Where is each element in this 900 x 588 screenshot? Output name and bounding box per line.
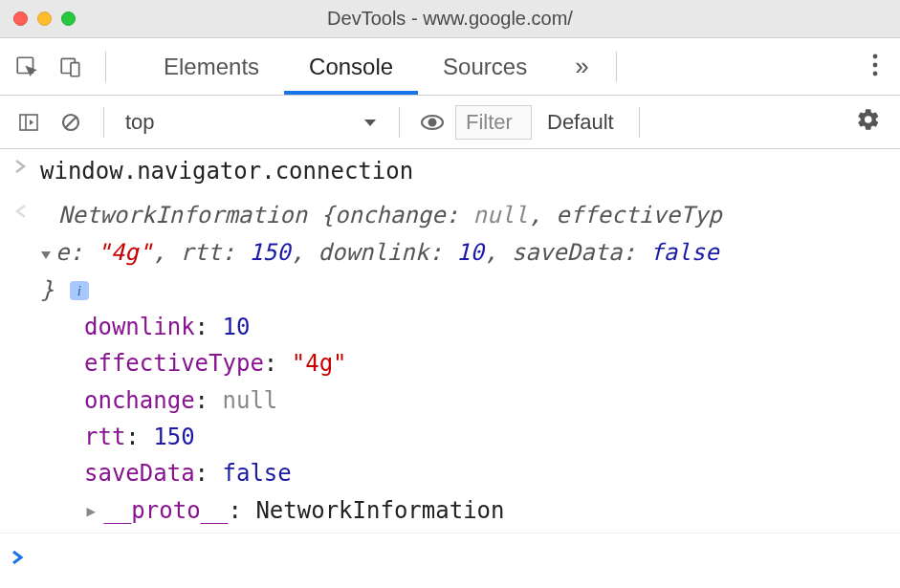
- chevron-down-icon: [362, 110, 378, 135]
- live-expression-icon[interactable]: [413, 103, 451, 142]
- minimize-window-button[interactable]: [37, 11, 52, 26]
- svg-point-3: [873, 54, 878, 58]
- svg-point-4: [873, 62, 878, 67]
- settings-menu-button[interactable]: [871, 52, 892, 82]
- console-settings-icon[interactable]: [856, 107, 890, 138]
- input-caret-icon: [6, 153, 36, 174]
- tab-console[interactable]: Console: [284, 38, 418, 95]
- title-bar: DevTools - www.google.com/: [0, 0, 900, 38]
- svg-point-12: [17, 210, 20, 213]
- main-tab-bar: Elements Console Sources »: [0, 38, 900, 96]
- inspect-element-icon[interactable]: [8, 48, 46, 86]
- svg-rect-6: [20, 115, 37, 130]
- property-row[interactable]: onchange: null: [84, 382, 890, 419]
- property-row[interactable]: downlink: 10: [84, 309, 890, 345]
- window-title: DevTools - www.google.com/: [0, 8, 900, 30]
- prompt-caret-icon: [10, 539, 31, 576]
- filter-input[interactable]: Filter: [455, 105, 532, 140]
- maximize-window-button[interactable]: [61, 11, 76, 26]
- svg-rect-2: [71, 62, 79, 76]
- proto-row[interactable]: ▸__proto__: NetworkInformation: [84, 492, 890, 529]
- property-row[interactable]: saveData: false: [84, 455, 890, 491]
- disclosure-triangle-closed-icon[interactable]: ▸: [84, 497, 98, 524]
- execution-context-selector[interactable]: top: [118, 108, 385, 137]
- log-level-selector[interactable]: Default: [536, 110, 626, 135]
- property-row[interactable]: effectiveType: "4g": [84, 345, 890, 381]
- console-result[interactable]: NetworkInformation {onchange: null, effe…: [0, 193, 900, 534]
- svg-point-5: [873, 71, 878, 76]
- console-prompt[interactable]: [0, 534, 900, 581]
- output-caret-icon: [6, 197, 36, 220]
- object-summary[interactable]: NetworkInformation {onchange: null, effe…: [40, 197, 890, 308]
- tab-elements[interactable]: Elements: [139, 38, 284, 95]
- panel-tabs: Elements Console Sources: [139, 38, 552, 95]
- disclosure-triangle-open-icon[interactable]: [40, 235, 52, 272]
- info-badge-icon[interactable]: i: [70, 281, 89, 300]
- console-input[interactable]: [31, 545, 890, 571]
- clear-console-icon[interactable]: [52, 103, 90, 142]
- console-input-echo: window.navigator.connection: [0, 149, 900, 193]
- svg-point-11: [429, 119, 436, 125]
- property-row[interactable]: rtt: 150: [84, 419, 890, 455]
- input-expression: window.navigator.connection: [36, 153, 890, 189]
- console-output: window.navigator.connection NetworkInfor…: [0, 149, 900, 588]
- more-tabs-button[interactable]: »: [558, 52, 605, 81]
- toggle-sidebar-icon[interactable]: [10, 103, 48, 142]
- context-label: top: [125, 110, 155, 135]
- console-toolbar: top Filter Default: [0, 96, 900, 149]
- device-toolbar-icon[interactable]: [52, 48, 90, 86]
- tab-sources[interactable]: Sources: [418, 38, 552, 95]
- close-window-button[interactable]: [13, 11, 28, 26]
- svg-line-9: [66, 117, 77, 127]
- object-properties: downlink: 10effectiveType: "4g"onchange:…: [40, 309, 890, 529]
